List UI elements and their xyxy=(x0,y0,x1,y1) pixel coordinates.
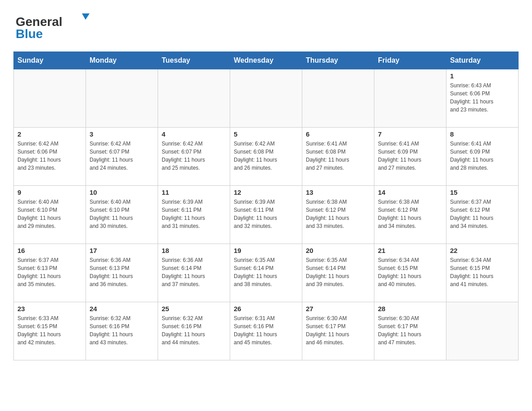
day-number: 20 xyxy=(306,247,370,254)
day-info: Sunrise: 6:39 AM Sunset: 6:11 PM Dayligh… xyxy=(234,198,298,230)
calendar-cell xyxy=(158,69,230,128)
weekday-header-tuesday: Tuesday xyxy=(158,52,230,69)
day-number: 22 xyxy=(450,247,515,254)
day-number: 25 xyxy=(162,305,226,313)
day-info: Sunrise: 6:34 AM Sunset: 6:15 PM Dayligh… xyxy=(450,256,515,288)
week-row-2: 2Sunrise: 6:42 AM Sunset: 6:06 PM Daylig… xyxy=(14,128,519,186)
weekday-header-thursday: Thursday xyxy=(302,52,374,69)
week-row-1: 1Sunrise: 6:43 AM Sunset: 6:06 PM Daylig… xyxy=(14,69,519,128)
day-info: Sunrise: 6:34 AM Sunset: 6:15 PM Dayligh… xyxy=(378,256,442,288)
day-number: 26 xyxy=(234,305,298,313)
calendar-cell: 7Sunrise: 6:41 AM Sunset: 6:09 PM Daylig… xyxy=(374,128,446,186)
day-number: 17 xyxy=(90,247,154,254)
calendar-cell: 21Sunrise: 6:34 AM Sunset: 6:15 PM Dayli… xyxy=(374,244,446,302)
day-number: 9 xyxy=(17,188,82,196)
day-number: 7 xyxy=(378,130,442,138)
day-number: 16 xyxy=(17,247,82,254)
day-info: Sunrise: 6:37 AM Sunset: 6:13 PM Dayligh… xyxy=(17,256,82,288)
calendar-cell: 11Sunrise: 6:39 AM Sunset: 6:11 PM Dayli… xyxy=(158,186,230,244)
calendar-cell: 27Sunrise: 6:30 AM Sunset: 6:17 PM Dayli… xyxy=(302,302,374,360)
weekday-header-sunday: Sunday xyxy=(14,52,86,69)
day-number: 3 xyxy=(90,130,154,138)
day-number: 24 xyxy=(90,305,154,313)
calendar-cell: 10Sunrise: 6:40 AM Sunset: 6:10 PM Dayli… xyxy=(86,186,158,244)
calendar-cell: 4Sunrise: 6:42 AM Sunset: 6:07 PM Daylig… xyxy=(158,128,230,186)
day-info: Sunrise: 6:40 AM Sunset: 6:10 PM Dayligh… xyxy=(90,198,154,230)
day-number: 4 xyxy=(162,130,226,138)
day-info: Sunrise: 6:43 AM Sunset: 6:06 PM Dayligh… xyxy=(450,81,515,114)
week-row-5: 23Sunrise: 6:33 AM Sunset: 6:15 PM Dayli… xyxy=(14,302,519,360)
day-info: Sunrise: 6:38 AM Sunset: 6:12 PM Dayligh… xyxy=(306,198,370,230)
calendar-table: SundayMondayTuesdayWednesdayThursdayFrid… xyxy=(13,51,519,360)
day-info: Sunrise: 6:40 AM Sunset: 6:10 PM Dayligh… xyxy=(17,198,82,230)
day-info: Sunrise: 6:42 AM Sunset: 6:07 PM Dayligh… xyxy=(162,140,226,172)
day-info: Sunrise: 6:33 AM Sunset: 6:15 PM Dayligh… xyxy=(17,314,82,347)
day-number: 5 xyxy=(234,130,298,138)
day-info: Sunrise: 6:39 AM Sunset: 6:11 PM Dayligh… xyxy=(162,198,226,230)
weekday-header-friday: Friday xyxy=(374,52,446,69)
calendar-cell: 17Sunrise: 6:36 AM Sunset: 6:13 PM Dayli… xyxy=(86,244,158,302)
calendar-cell: 9Sunrise: 6:40 AM Sunset: 6:10 PM Daylig… xyxy=(14,186,86,244)
day-number: 15 xyxy=(450,188,515,196)
week-row-4: 16Sunrise: 6:37 AM Sunset: 6:13 PM Dayli… xyxy=(14,244,519,302)
day-info: Sunrise: 6:41 AM Sunset: 6:08 PM Dayligh… xyxy=(306,140,370,172)
calendar-cell: 24Sunrise: 6:32 AM Sunset: 6:16 PM Dayli… xyxy=(86,302,158,360)
calendar-cell: 8Sunrise: 6:41 AM Sunset: 6:09 PM Daylig… xyxy=(446,128,519,186)
calendar-cell: 2Sunrise: 6:42 AM Sunset: 6:06 PM Daylig… xyxy=(14,128,86,186)
day-number: 18 xyxy=(162,247,226,254)
calendar-cell xyxy=(230,69,302,128)
day-number: 2 xyxy=(17,130,82,138)
svg-marker-1 xyxy=(82,13,90,20)
day-number: 23 xyxy=(17,305,82,313)
day-number: 13 xyxy=(306,188,370,196)
calendar-cell: 18Sunrise: 6:36 AM Sunset: 6:14 PM Dayli… xyxy=(158,244,230,302)
day-number: 1 xyxy=(450,72,515,80)
day-number: 6 xyxy=(306,130,370,138)
calendar-cell: 13Sunrise: 6:38 AM Sunset: 6:12 PM Dayli… xyxy=(302,186,374,244)
week-row-3: 9Sunrise: 6:40 AM Sunset: 6:10 PM Daylig… xyxy=(14,186,519,244)
day-info: Sunrise: 6:30 AM Sunset: 6:17 PM Dayligh… xyxy=(378,314,442,347)
calendar-cell: 19Sunrise: 6:35 AM Sunset: 6:14 PM Dayli… xyxy=(230,244,302,302)
calendar-cell: 25Sunrise: 6:32 AM Sunset: 6:16 PM Dayli… xyxy=(158,302,230,360)
day-info: Sunrise: 6:37 AM Sunset: 6:12 PM Dayligh… xyxy=(450,198,515,230)
calendar-cell: 23Sunrise: 6:33 AM Sunset: 6:15 PM Dayli… xyxy=(14,302,86,360)
calendar-cell: 15Sunrise: 6:37 AM Sunset: 6:12 PM Dayli… xyxy=(446,186,519,244)
calendar-cell: 28Sunrise: 6:30 AM Sunset: 6:17 PM Dayli… xyxy=(374,302,446,360)
day-info: Sunrise: 6:38 AM Sunset: 6:12 PM Dayligh… xyxy=(378,198,442,230)
logo: General Blue xyxy=(13,9,99,43)
day-info: Sunrise: 6:41 AM Sunset: 6:09 PM Dayligh… xyxy=(450,140,515,172)
day-number: 10 xyxy=(90,188,154,196)
weekday-header-saturday: Saturday xyxy=(446,52,519,69)
calendar-cell: 20Sunrise: 6:35 AM Sunset: 6:14 PM Dayli… xyxy=(302,244,374,302)
calendar-cell: 6Sunrise: 6:41 AM Sunset: 6:08 PM Daylig… xyxy=(302,128,374,186)
weekday-header-monday: Monday xyxy=(86,52,158,69)
calendar-cell: 12Sunrise: 6:39 AM Sunset: 6:11 PM Dayli… xyxy=(230,186,302,244)
day-info: Sunrise: 6:30 AM Sunset: 6:17 PM Dayligh… xyxy=(306,314,370,347)
day-info: Sunrise: 6:35 AM Sunset: 6:14 PM Dayligh… xyxy=(306,256,370,288)
calendar-cell: 14Sunrise: 6:38 AM Sunset: 6:12 PM Dayli… xyxy=(374,186,446,244)
calendar-cell xyxy=(374,69,446,128)
calendar-cell xyxy=(86,69,158,128)
calendar-cell: 5Sunrise: 6:42 AM Sunset: 6:08 PM Daylig… xyxy=(230,128,302,186)
calendar-cell xyxy=(14,69,86,128)
day-number: 19 xyxy=(234,247,298,254)
page-header: General Blue xyxy=(13,9,519,43)
day-number: 11 xyxy=(162,188,226,196)
calendar-cell: 26Sunrise: 6:31 AM Sunset: 6:16 PM Dayli… xyxy=(230,302,302,360)
day-info: Sunrise: 6:32 AM Sunset: 6:16 PM Dayligh… xyxy=(162,314,226,347)
day-info: Sunrise: 6:42 AM Sunset: 6:06 PM Dayligh… xyxy=(17,140,82,172)
day-number: 28 xyxy=(378,305,442,313)
calendar-cell: 1Sunrise: 6:43 AM Sunset: 6:06 PM Daylig… xyxy=(446,69,519,128)
calendar-cell: 3Sunrise: 6:42 AM Sunset: 6:07 PM Daylig… xyxy=(86,128,158,186)
day-number: 27 xyxy=(306,305,370,313)
day-info: Sunrise: 6:31 AM Sunset: 6:16 PM Dayligh… xyxy=(234,314,298,347)
logo-svg: General Blue xyxy=(13,9,99,43)
day-info: Sunrise: 6:36 AM Sunset: 6:14 PM Dayligh… xyxy=(162,256,226,288)
calendar-cell: 22Sunrise: 6:34 AM Sunset: 6:15 PM Dayli… xyxy=(446,244,519,302)
weekday-header-wednesday: Wednesday xyxy=(230,52,302,69)
day-info: Sunrise: 6:32 AM Sunset: 6:16 PM Dayligh… xyxy=(90,314,154,347)
day-number: 14 xyxy=(378,188,442,196)
calendar-cell xyxy=(302,69,374,128)
day-info: Sunrise: 6:36 AM Sunset: 6:13 PM Dayligh… xyxy=(90,256,154,288)
day-info: Sunrise: 6:35 AM Sunset: 6:14 PM Dayligh… xyxy=(234,256,298,288)
